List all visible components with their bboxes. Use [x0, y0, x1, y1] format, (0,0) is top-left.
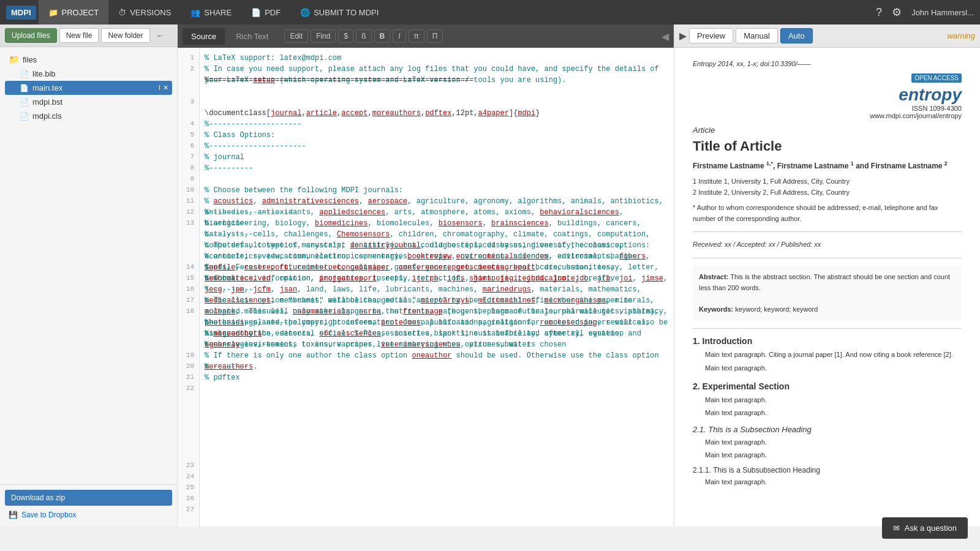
nav-share[interactable]: 👥 SHARE [181, 0, 241, 24]
mdpi-logo[interactable]: MDPI [6, 6, 36, 20]
section-experimental: 2. Experimental Section [693, 381, 962, 391]
tab-preview[interactable]: Preview [689, 28, 733, 43]
intro-para-2: Main text paragraph. [705, 363, 962, 374]
preview-nav-prev[interactable]: ▶ [679, 30, 687, 42]
tab-rich-text[interactable]: Rich Text [227, 28, 277, 45]
journal-issn: ISSN 1099-4300 [693, 105, 962, 112]
file-icon: 📄 [20, 70, 29, 78]
code-line: %---------- [205, 163, 669, 174]
sub-para-1: Main text paragraph. [705, 437, 962, 448]
tab-source[interactable]: Source [183, 28, 225, 45]
editor-tools: Edit Find $ ß B I π П [284, 29, 443, 43]
edit-button[interactable]: Edit [284, 29, 308, 43]
nav-project[interactable]: 📁 PROJECT [39, 0, 109, 24]
new-folder-button[interactable]: New folder [101, 28, 149, 43]
new-file-button[interactable]: New file [59, 28, 99, 43]
code-content: % LaTeX support: latex@mdpi.com % In cas… [200, 48, 674, 527]
code-line [205, 97, 669, 108]
ask-question-button[interactable]: ✉ Ask a question [882, 517, 968, 539]
file-name: lite.bib [32, 69, 56, 78]
versions-label: VERSIONS [130, 8, 171, 17]
files-folder[interactable]: 📁 files [5, 52, 172, 67]
nav-pdf[interactable]: 📄 PDF [241, 0, 290, 24]
code-editor[interactable]: 123 4567 89101112 1314 15161718 192021 2… [178, 48, 674, 527]
line-numbers: 123 4567 89101112 1314 15161718 192021 2… [178, 48, 200, 527]
code-line: %=======================================… [205, 75, 669, 86]
file-icon: 📄 [20, 98, 29, 107]
top-navigation: MDPI 📁 PROJECT ⏱ VERSIONS 👥 SHARE 📄 PDF … [0, 0, 980, 24]
keywords-label: Keywords: [699, 305, 735, 313]
tab-manual[interactable]: Manual [736, 28, 778, 43]
subsub-para-1: Main text paragraph. [705, 477, 962, 488]
editor-nav: ◀ [662, 31, 669, 42]
save-dropbox-button[interactable]: 💾 Save to Dropbox [5, 508, 80, 522]
preview-area: ▶ Preview Manual Auto warning Entropy 20… [674, 24, 980, 527]
download-zip-button[interactable]: Download as zip [5, 490, 172, 506]
file-actions: I ✕ [159, 84, 168, 92]
exp-para-2: Main text paragraph. [705, 408, 962, 419]
submit-icon: 🌐 [300, 8, 310, 17]
delete-icon[interactable]: ✕ [163, 84, 168, 92]
doc-journal-header: OPEN ACCESS entropy ISSN 1099-4300 www.m… [693, 73, 962, 119]
pi-button[interactable]: π [409, 29, 424, 43]
user-name: John Hammersl... [911, 8, 974, 17]
open-access-badge: OPEN ACCESS [911, 73, 962, 83]
abstract-section: Abstract: This is the abstract section. … [693, 266, 962, 321]
file-icon: 📄 [20, 84, 29, 92]
project-label: PROJECT [62, 8, 99, 17]
code-line: \documentclass[journal,article,accept,mo… [205, 108, 669, 119]
main-layout: Upload files New file New folder ← 📁 fil… [0, 24, 980, 527]
upload-files-button[interactable]: Upload files [5, 28, 57, 43]
editor-header: Source Rich Text Edit Find $ ß B I π П ◀ [178, 24, 674, 48]
bold-button[interactable]: B [374, 29, 391, 43]
settings-icon[interactable]: ⚙ [892, 6, 902, 19]
nav-submit[interactable]: 🌐 SUBMIT TO MDPI [290, 0, 388, 24]
code-line: %---------------------- [205, 141, 669, 152]
abstract-label: Abstract: [699, 273, 730, 280]
code-line: %--------------------- [205, 119, 669, 130]
file-main-tex[interactable]: 📄 main.tex I ✕ [5, 81, 172, 95]
section-introduction: 1. Introduction [693, 336, 962, 346]
subsubsection-2-1-1: 2.1.1. This is a Subsubsection Heading [693, 466, 962, 474]
file-mdpi-cls[interactable]: 📄 mdpi.cls [5, 109, 172, 123]
doc-authors: Firstname Lastname 1,*, Firstname Lastna… [693, 160, 962, 170]
code-line: % Class Options: [205, 130, 669, 141]
preview-header: ▶ Preview Manual Auto warning [674, 24, 980, 48]
keywords-text: keyword; keyword; keyword [735, 305, 818, 313]
code-line: % pdftex [205, 372, 669, 383]
code-line: %--------- [205, 361, 669, 372]
rename-icon[interactable]: I [159, 84, 160, 92]
tab-auto[interactable]: Auto [780, 28, 813, 43]
folder-name: files [23, 55, 37, 64]
doc-title: Title of Article [693, 138, 962, 154]
preview-content: Entropy 2014, xx, 1-x; doi:10.3390/—— OP… [674, 48, 980, 527]
file-icon: 📄 [20, 112, 29, 121]
find-button[interactable]: Find [311, 29, 336, 43]
collapse-sidebar-button[interactable]: ← [153, 28, 168, 43]
correspondence-note: * Author to whom correspondence should b… [693, 203, 962, 224]
nav-right-section: ? ⚙ John Hammersl... [876, 6, 974, 19]
subsection-2-1: 2.1. This is a Subsection Heading [693, 425, 962, 434]
matrix-button[interactable]: П [427, 29, 443, 43]
chat-icon: ✉ [893, 523, 900, 533]
nav-versions[interactable]: ⏱ VERSIONS [108, 0, 181, 24]
nav-prev-button[interactable]: ◀ [662, 31, 669, 42]
file-mdpi-bst[interactable]: 📄 mdpi.bst [5, 95, 172, 109]
sub-para-2: Main text paragraph. [705, 450, 962, 461]
folder-icon: 📁 [9, 54, 19, 64]
dollar-button[interactable]: $ [338, 29, 353, 43]
article-type: Article [693, 126, 962, 135]
dropbox-label: Save to Dropbox [21, 511, 76, 519]
code-line [205, 86, 669, 97]
italic-button[interactable]: I [393, 29, 405, 43]
doc-meta: Entropy 2014, xx, 1-x; doi:10.3390/—— [693, 60, 962, 67]
file-lite-bib[interactable]: 📄 lite.bib [5, 67, 172, 81]
project-icon: 📁 [48, 8, 58, 17]
logo-text: MDPI [11, 8, 31, 17]
abstract-text: This is the abstract section. The abstra… [699, 273, 950, 291]
code-line [205, 174, 669, 185]
help-icon[interactable]: ? [876, 6, 882, 19]
beta-button[interactable]: ß [356, 29, 371, 43]
exp-para-1: Main text paragraph. [705, 395, 962, 406]
share-icon: 👥 [190, 8, 200, 17]
